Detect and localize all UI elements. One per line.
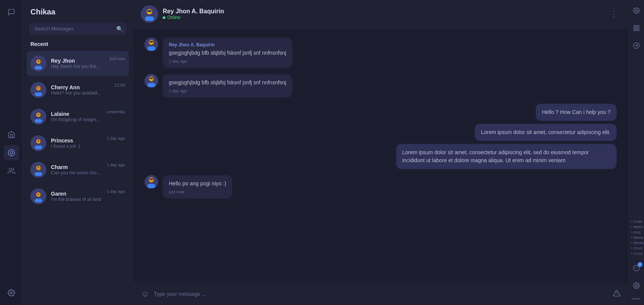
contact-preview: Hello? Are you availabl... (51, 90, 110, 96)
chat-status: Online (163, 15, 602, 20)
svg-point-32 (148, 11, 149, 12)
contact-time: 12:00 (114, 83, 125, 87)
svg-rect-30 (145, 16, 154, 21)
more-options-button[interactable]: ⋮ (607, 8, 620, 20)
msg-text-4: Lorem ipsum dolor sit amet, consectetur … (481, 128, 611, 136)
contact-time: 1 day ago (107, 189, 125, 194)
rs-badge-icon[interactable]: 2 (630, 261, 643, 275)
contact-item-cherry-ann[interactable]: Cherry Ann Hello? Are you availabl... 12… (27, 77, 129, 103)
message-row-2: gsegjsghjbdg bfb sbjbfsj fsksnf jsnfj sn… (144, 74, 617, 98)
msg-avatar-6 (144, 175, 158, 189)
contact-item-rey-jhon[interactable]: Rey Jhon Hey there! Are you fini... just… (27, 51, 129, 76)
git-remo[interactable]: > REMO (630, 241, 644, 245)
recent-label: Recent (23, 41, 133, 51)
message-bubble-6: Hello po ang pogi niyo :) just now (163, 175, 232, 199)
nav-chat-icon[interactable] (4, 5, 19, 20)
svg-rect-50 (637, 25, 639, 27)
rs-settings-icon[interactable] (630, 4, 643, 17)
contact-info-garen: Garen I'm the bravest of all kind (51, 191, 102, 202)
contact-preview: I'm the bravest of all kind (51, 197, 102, 202)
avatar-garen (30, 188, 46, 204)
chat-header: Rey Jhon A. Baquirin Online ⋮ (133, 0, 628, 28)
branch-label[interactable]: master (631, 296, 641, 301)
svg-rect-40 (148, 83, 155, 87)
chat-input-area: ☺ (133, 283, 628, 305)
git-file[interactable]: > FILE (630, 230, 642, 235)
svg-rect-26 (35, 199, 42, 202)
search-box: 🔍 (29, 22, 127, 35)
contact-list: Rey Jhon Hey there! Are you fini... just… (23, 51, 133, 305)
message-bubble-5: Lorem ipsum dolor sit amet, consectetur … (396, 144, 617, 169)
contact-time: 1 day ago (107, 136, 125, 141)
rs-arrow-icon[interactable] (630, 39, 643, 52)
git-repo[interactable]: > REPO (630, 225, 644, 229)
svg-point-3 (10, 292, 12, 294)
msg-avatar-2 (144, 74, 158, 88)
search-icon: 🔍 (116, 26, 123, 32)
message-bubble-1: Rey Jhon A. Baquirin gsegjsghjbdg bfb sb… (163, 38, 292, 68)
contact-info-cherry-ann: Cherry Ann Hello? Are you availabl... (51, 84, 110, 96)
icon-sidebar (0, 0, 23, 305)
status-dot (163, 16, 165, 19)
contact-item-lalaine[interactable]: Lalaine I'm thingking of resigni... yest… (27, 104, 129, 129)
contact-name: Princess (51, 137, 102, 144)
contact-name: Cherry Ann (51, 84, 110, 90)
contact-item-charm[interactable]: Charm Can you me some choc... 1 day ago (27, 157, 129, 182)
contact-info-princess: Princess I found a job :) (51, 137, 102, 149)
svg-rect-37 (149, 41, 153, 43)
contact-preview: I'm thingking of resigni... (51, 117, 102, 122)
svg-rect-6 (35, 66, 42, 70)
rs-bottom-settings[interactable] (630, 279, 643, 292)
emoji-button[interactable]: ☺ (141, 289, 149, 299)
msg-text-2: gsegjsghjbdg bfb sbjbfsj fsksnf jsnfj sn… (169, 79, 286, 87)
git-tags[interactable]: > TAGS (630, 251, 643, 256)
svg-point-48 (635, 10, 637, 12)
avatar-cherry-ann (30, 82, 46, 98)
svg-rect-45 (149, 178, 153, 180)
status-text: Online (167, 15, 181, 20)
chat-avatar (141, 5, 158, 23)
svg-point-15 (38, 114, 40, 115)
contact-item-princess[interactable]: Princess I found a job :) 1 day ago (27, 131, 129, 156)
svg-point-1 (10, 151, 13, 154)
contact-info-rey-jhon: Rey Jhon Hey there! Are you fini... (51, 58, 105, 69)
svg-point-0 (8, 149, 14, 156)
git-comi[interactable]: > COMI (630, 220, 643, 224)
message-bubble-3: Hello ? How Can i help you ? (536, 104, 617, 121)
avatar-princess (30, 135, 46, 151)
svg-point-23 (38, 167, 40, 169)
rs-grid-icon[interactable] (630, 21, 643, 35)
contact-item-garen[interactable]: Garen I'm the bravest of all kind 1 day … (27, 184, 129, 209)
avatar-charm (30, 162, 46, 178)
contact-name: Garen (51, 191, 102, 197)
msg-sender-1: Rey Jhon A. Baquirin (169, 42, 286, 47)
svg-point-7 (38, 60, 40, 62)
svg-rect-52 (637, 29, 639, 31)
outgoing-group: Hello ? How Can i help you ? Lorem ipsum… (144, 104, 617, 169)
nav-home-icon[interactable] (4, 127, 19, 142)
alert-icon[interactable] (613, 289, 620, 299)
nav-team-icon[interactable] (4, 163, 19, 179)
right-sidebar: > COMI > REPO > FILE > BRAN > REMO > STA… (628, 0, 644, 305)
git-panel: > COMI > REPO > FILE > BRAN > REMO > STA… (628, 220, 644, 256)
svg-rect-14 (35, 119, 42, 123)
git-bran[interactable]: > BRAN (630, 235, 644, 240)
svg-rect-49 (634, 25, 636, 27)
svg-rect-51 (634, 29, 636, 31)
search-input[interactable] (29, 22, 127, 35)
nav-settings-icon[interactable] (4, 285, 19, 300)
svg-point-56 (635, 285, 637, 287)
msg-text-3: Hello ? How Can i help you ? (542, 108, 611, 116)
nav-message-icon[interactable] (4, 145, 19, 160)
svg-point-19 (38, 140, 40, 142)
svg-rect-22 (35, 172, 42, 176)
contact-preview: Hey there! Are you fini... (51, 64, 105, 69)
git-stas[interactable]: > STAS (630, 246, 643, 251)
message-input[interactable] (154, 291, 608, 297)
svg-rect-36 (148, 47, 155, 51)
contact-preview: Can you me some choc... (51, 170, 102, 175)
avatar-lalaine (30, 109, 46, 125)
msg-text-5: Lorem ipsum dolor sit amet, consectetur … (402, 149, 611, 164)
msg-avatar-1 (144, 38, 158, 51)
svg-point-27 (38, 193, 40, 195)
